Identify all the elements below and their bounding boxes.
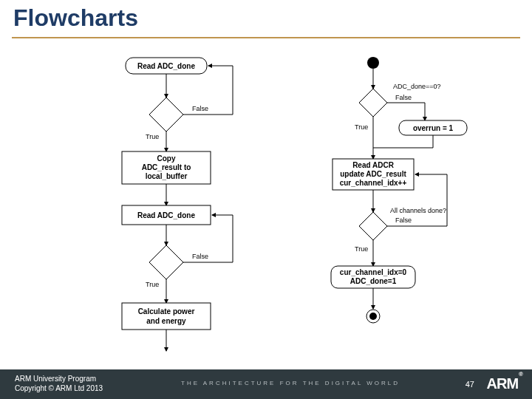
read-adcr-1: Read ADCR <box>352 161 395 169</box>
calc-line2: and energy <box>146 317 186 325</box>
false1-label: False <box>395 94 412 101</box>
start-node <box>367 57 379 69</box>
read-adc-done-2-label: Read ADC_done <box>137 211 195 219</box>
overrun-label: overrun = 1 <box>413 124 454 132</box>
credits-line1: ARM University Program <box>15 374 103 383</box>
arm-logo-text: ARM <box>487 375 519 392</box>
right-flowchart: ADC_done==0? False overrun = 1 True Read… <box>296 48 502 358</box>
read-adc-done-label: Read ADC_done <box>137 62 195 70</box>
footer-tagline: THE ARCHITECTURE FOR THE DIGITAL WORLD <box>181 380 400 386</box>
decision-adc-done <box>359 89 387 117</box>
final-2: ADC_done=1 <box>350 277 397 285</box>
end-node-inner <box>369 313 377 320</box>
slide: Flowcharts Read ADC_done False True <box>0 0 532 399</box>
credits-line2: Copyright © ARM Ltd 2013 <box>15 383 103 393</box>
read-adcr-3: cur_channel_idx++ <box>340 179 407 187</box>
calc-line1: Calculate power <box>138 307 195 316</box>
false2-label: False <box>395 216 412 224</box>
read-adcr-2: update ADC_result <box>340 170 406 178</box>
copy-line1: Copy <box>157 154 176 163</box>
left-flowchart: Read ADC_done False True Copy ADC_result… <box>81 44 281 362</box>
true-label-1: True <box>146 133 159 140</box>
decision-all-channels <box>359 212 387 240</box>
content-area: Read ADC_done False True Copy ADC_result… <box>0 41 532 366</box>
footer-bar: ARM University Program Copyright © ARM L… <box>0 369 532 399</box>
copy-line3: local_buffer <box>146 172 188 180</box>
false-label-2: False <box>192 253 208 260</box>
decision-2 <box>149 245 183 279</box>
true-label-2: True <box>146 281 159 288</box>
final-1: cur_channel_idx=0 <box>340 268 407 276</box>
registered-icon: ® <box>519 371 522 378</box>
page-number: 47 <box>466 380 474 389</box>
q1-label: ADC_done==0? <box>393 83 441 90</box>
false-label-1: False <box>192 105 208 112</box>
copy-line2: ADC_result to <box>142 163 191 171</box>
true1-label: True <box>355 123 368 131</box>
title-divider <box>12 37 520 38</box>
true2-label: True <box>355 245 368 253</box>
q2-label: All channels done? <box>390 207 446 214</box>
footer-credits: ARM University Program Copyright © ARM L… <box>15 374 103 393</box>
arm-logo: ARM® <box>487 375 522 392</box>
decision-1 <box>149 98 183 132</box>
slide-title: Flowcharts <box>13 4 138 32</box>
